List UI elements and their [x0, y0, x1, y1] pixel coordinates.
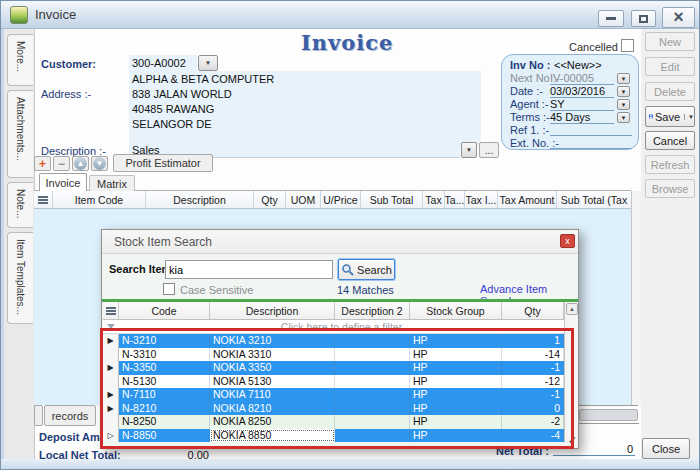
table-row[interactable]: N-5130 NOKIA 5130 HP -12: [103, 375, 564, 389]
save-button[interactable]: Save ▼: [645, 106, 695, 127]
cell-description[interactable]: NOKIA 5130: [210, 375, 335, 389]
cell-code[interactable]: N-8850: [119, 429, 210, 443]
table-row[interactable]: N-3310 NOKIA 3310 HP -14: [103, 348, 564, 362]
refresh-button[interactable]: Refresh: [645, 155, 695, 174]
customer-dropdown-button[interactable]: ▼: [198, 55, 218, 71]
column-header-qty[interactable]: Qty: [502, 302, 564, 319]
sidebar-tab-note[interactable]: Note...: [7, 182, 33, 228]
cell-code[interactable]: N-8210: [119, 402, 210, 416]
cell-code[interactable]: N-3310: [119, 348, 210, 362]
search-button[interactable]: Search: [338, 259, 395, 280]
column-header-code[interactable]: Code: [119, 302, 210, 319]
column-header-stock-group[interactable]: Stock Group: [410, 302, 502, 319]
cell-qty[interactable]: -2: [502, 415, 564, 429]
grid-corner[interactable]: [103, 302, 119, 319]
cell-code[interactable]: N-7110: [119, 388, 210, 402]
column-header-tax[interactable]: Tax: [423, 191, 445, 208]
column-header-description[interactable]: Description: [210, 302, 335, 319]
move-down-button[interactable]: ▼: [91, 156, 108, 171]
record-navigator-segment[interactable]: [34, 405, 43, 426]
column-header-subtotal-tax[interactable]: Sub Total (Tax: [557, 191, 631, 208]
cell-description[interactable]: NOKIA 8250: [210, 415, 335, 429]
search-input[interactable]: [165, 260, 333, 279]
cell-code[interactable]: N-3350: [119, 361, 210, 375]
close-invoice-button[interactable]: Close: [642, 438, 690, 459]
cell-qty[interactable]: 1: [502, 334, 564, 348]
cell-description2[interactable]: [335, 375, 410, 389]
cell-description[interactable]: NOKIA 3310: [210, 348, 335, 362]
cell-qty[interactable]: -1: [502, 361, 564, 375]
cell-description2[interactable]: [335, 415, 410, 429]
cell-description[interactable]: NOKIA 3350: [210, 361, 335, 375]
cancel-button[interactable]: Cancel: [645, 131, 695, 150]
cell-qty[interactable]: -14: [502, 348, 564, 362]
cancelled-checkbox[interactable]: [621, 39, 634, 52]
cell-stock-group[interactable]: HP: [410, 334, 502, 348]
dialog-grid-scrollbar[interactable]: ▲: [564, 302, 578, 442]
cell-qty[interactable]: -4: [502, 429, 564, 443]
table-row[interactable]: N-8250 NOKIA 8250 HP -2: [103, 415, 564, 429]
browse-button[interactable]: Browse: [645, 179, 695, 198]
cell-description[interactable]: NOKIA 3210: [210, 334, 335, 348]
records-button[interactable]: records: [44, 405, 96, 426]
sidebar-tab-more[interactable]: More...: [7, 34, 33, 86]
new-button[interactable]: New: [645, 32, 695, 51]
cell-description2[interactable]: [335, 361, 410, 375]
column-header-uom[interactable]: UOM: [286, 191, 321, 208]
cell-stock-group[interactable]: HP: [410, 402, 502, 416]
cell-qty[interactable]: -1: [502, 388, 564, 402]
column-header-qty[interactable]: Qty: [254, 191, 286, 208]
terms-value[interactable]: 45 Days: [550, 111, 614, 124]
grid-corner[interactable]: [34, 191, 53, 208]
description-more-button[interactable]: ...: [479, 142, 499, 158]
cell-stock-group[interactable]: HP: [410, 361, 502, 375]
next-no-dropdown-button[interactable]: ▼: [617, 73, 630, 84]
profit-estimator-button[interactable]: Profit Estimator: [113, 154, 213, 172]
cell-description2[interactable]: [335, 334, 410, 348]
agent-dropdown-button[interactable]: ▼: [617, 99, 630, 110]
description-dropdown-button[interactable]: ▼: [461, 142, 477, 158]
save-dropdown-button[interactable]: ▼: [684, 114, 694, 120]
column-header-uprice[interactable]: U/Price: [321, 191, 361, 208]
table-row[interactable]: ▶ N-7110 NOKIA 7110 HP -1: [103, 388, 564, 402]
table-row[interactable]: ▷ N-8850 NOKIA 8850 HP -4: [103, 429, 564, 443]
cell-description2[interactable]: [335, 388, 410, 402]
maximize-button[interactable]: [631, 10, 656, 27]
cell-stock-group[interactable]: HP: [410, 348, 502, 362]
terms-dropdown-button[interactable]: ▼: [617, 112, 630, 123]
cell-stock-group[interactable]: HP: [410, 388, 502, 402]
cell-stock-group[interactable]: HP: [410, 415, 502, 429]
add-row-button[interactable]: +: [34, 156, 51, 171]
cell-code[interactable]: N-8250: [119, 415, 210, 429]
next-no-value[interactable]: IV-00005: [550, 72, 614, 85]
agent-value[interactable]: SY: [550, 98, 614, 111]
remove-row-button[interactable]: −: [53, 156, 70, 171]
sidebar-tab-item-templates[interactable]: Item Templates...: [7, 232, 33, 324]
case-sensitive-checkbox[interactable]: [163, 283, 175, 295]
edit-button[interactable]: Edit: [645, 57, 695, 76]
table-row[interactable]: ▶ N-8210 NOKIA 8210 HP 0: [103, 402, 564, 416]
table-row[interactable]: ▶ N-3210 NOKIA 3210 HP 1: [103, 334, 564, 348]
cell-description2[interactable]: [335, 348, 410, 362]
date-dropdown-button[interactable]: ▼: [617, 86, 630, 97]
filter-row[interactable]: Click here to define a filter: [103, 320, 564, 334]
delete-button[interactable]: Delete: [645, 82, 695, 101]
ref1-value[interactable]: [550, 124, 632, 136]
tab-invoice[interactable]: Invoice: [39, 173, 87, 191]
column-header-description2[interactable]: Description 2: [335, 302, 410, 319]
dialog-close-button[interactable]: x: [560, 234, 575, 248]
cell-description2[interactable]: [335, 429, 410, 443]
column-header-tax-amount[interactable]: Tax Amount: [498, 191, 557, 208]
cell-description-focused[interactable]: NOKIA 8850: [210, 429, 335, 443]
close-button[interactable]: ×: [662, 7, 695, 28]
cell-qty[interactable]: 0: [502, 402, 564, 416]
tab-matrix[interactable]: Matrix: [89, 175, 135, 191]
move-up-button[interactable]: ▲: [72, 156, 89, 171]
customer-value[interactable]: 300-A0002: [129, 55, 197, 71]
scroll-up-button[interactable]: ▲: [566, 303, 578, 315]
column-header-description[interactable]: Description: [146, 191, 254, 208]
main-grid-scrollbar[interactable]: [631, 191, 641, 405]
cell-code[interactable]: N-3210: [119, 334, 210, 348]
cell-code[interactable]: N-5130: [119, 375, 210, 389]
column-header-tax-i[interactable]: Tax I...: [465, 191, 498, 208]
